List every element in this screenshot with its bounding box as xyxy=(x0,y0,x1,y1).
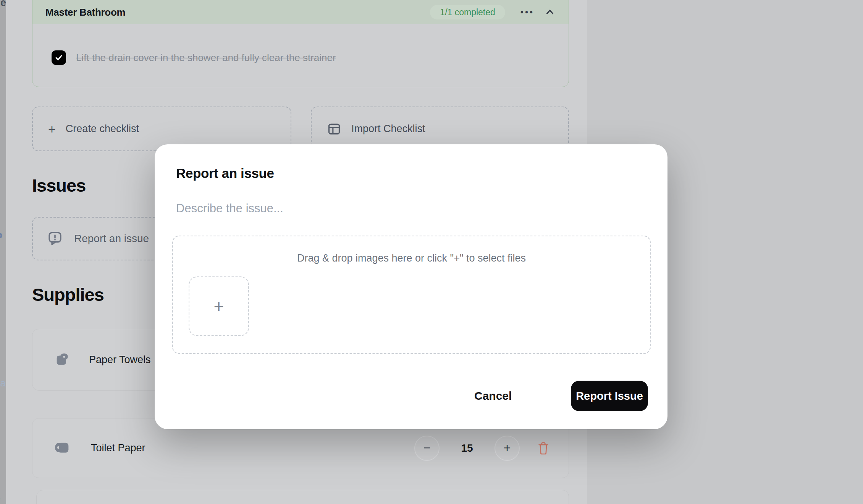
supply-row-partial xyxy=(36,490,569,504)
quantity-value: 15 xyxy=(456,442,478,454)
checklist-item: Lift the drain cover in the shower and f… xyxy=(52,50,559,65)
add-image-button[interactable]: + xyxy=(189,276,249,336)
background-text-fragment: ea xyxy=(0,377,6,389)
issue-description-input[interactable] xyxy=(176,202,646,225)
checklist-title: Master Bathroom xyxy=(45,6,125,18)
checklist-card-master-bathroom: Master Bathroom 1/1 completed ••• xyxy=(32,0,569,87)
dropzone-hint: Drag & drop images here or click "+" to … xyxy=(173,252,650,264)
image-dropzone[interactable]: Drag & drop images here or click "+" to … xyxy=(172,236,651,354)
increase-quantity-button[interactable]: + xyxy=(495,436,520,461)
issues-heading: Issues xyxy=(32,175,86,196)
report-issue-modal: Report an issue Drag & drop images here … xyxy=(155,144,667,429)
background-text-fragment: e xyxy=(0,493,1,504)
plus-icon: + xyxy=(48,123,56,136)
chevron-up-icon xyxy=(544,6,556,18)
checklist-card-header: Master Bathroom 1/1 completed ••• xyxy=(32,0,569,24)
checkmark-icon xyxy=(54,53,63,62)
paper-towel-icon xyxy=(54,351,71,368)
background-page-edge: se o P ea e xyxy=(0,0,6,504)
screen: se o P ea e Master Bathroom 1/1 complete… xyxy=(0,0,863,504)
quantity-stepper: − 15 + xyxy=(414,436,551,461)
collapse-button[interactable] xyxy=(544,6,556,18)
create-checklist-label: Create checklist xyxy=(66,123,139,135)
cancel-button[interactable]: Cancel xyxy=(474,381,512,411)
delete-supply-button[interactable] xyxy=(536,440,551,457)
modal-title: Report an issue xyxy=(176,166,274,181)
toilet-paper-icon xyxy=(53,439,73,457)
card-menu-button[interactable]: ••• xyxy=(520,7,534,18)
supply-name: Toilet Paper xyxy=(91,442,145,454)
table-icon xyxy=(327,122,341,136)
import-checklist-label: Import Checklist xyxy=(351,123,425,135)
report-an-issue-label: Report an issue xyxy=(74,233,149,245)
completion-badge: 1/1 completed xyxy=(430,5,505,19)
supply-name: Paper Towels xyxy=(89,354,151,366)
task-checkbox[interactable] xyxy=(52,50,66,65)
trash-icon xyxy=(537,441,550,456)
report-issue-submit-button[interactable]: Report Issue xyxy=(571,381,648,411)
modal-footer: Cancel Report Issue xyxy=(155,363,667,429)
task-label: Lift the drain cover in the shower and f… xyxy=(76,52,336,64)
supplies-heading: Supplies xyxy=(32,284,104,305)
alert-bubble-icon xyxy=(47,231,63,247)
decrease-quantity-button[interactable]: − xyxy=(414,436,440,461)
background-text-fragment: se xyxy=(0,0,6,9)
background-text-fragment: P xyxy=(0,231,3,244)
